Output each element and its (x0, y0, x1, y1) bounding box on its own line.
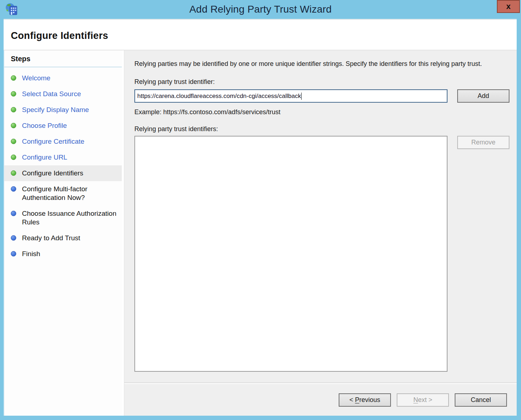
step-label: Choose Profile (22, 121, 67, 130)
sidebar-step-choose-issuance-authorization-rules[interactable]: Choose Issuance Authorization Rules (4, 206, 122, 230)
sidebar-step-configure-certificate[interactable]: Configure Certificate (4, 134, 122, 149)
main-pane: Relying parties may be identified by one… (124, 50, 517, 383)
step-label: Welcome (22, 74, 50, 82)
step-label: Finish (22, 250, 40, 258)
window-body: Configure Identifiers Steps WelcomeSelec… (4, 19, 517, 416)
previous-button[interactable]: < Previous (339, 393, 391, 407)
page-title: Configure Identifiers (11, 30, 108, 41)
sidebar-step-welcome[interactable]: Welcome (4, 70, 122, 86)
steps-list: WelcomeSelect Data SourceSpecify Display… (4, 67, 122, 262)
identifier-input[interactable]: https://carena.cloudflareaccess.com/cdn-… (134, 89, 447, 103)
sidebar-step-configure-url[interactable]: Configure URL (4, 149, 122, 165)
steps-heading: Steps (4, 54, 122, 67)
cancel-button[interactable]: Cancel (455, 393, 507, 407)
step-done-bullet-icon (11, 139, 16, 144)
step-done-bullet-icon (11, 123, 16, 128)
identifier-input-value: https://carena.cloudflareaccess.com/cdn-… (137, 93, 301, 100)
sidebar-step-finish[interactable]: Finish (4, 246, 122, 262)
close-button[interactable]: x (497, 0, 520, 13)
step-todo-bullet-icon (11, 186, 16, 192)
step-done-bullet-icon (11, 107, 16, 112)
sidebar-step-ready-to-add-trust[interactable]: Ready to Add Trust (4, 230, 122, 246)
remove-button[interactable]: Remove (457, 136, 509, 149)
sidebar-step-select-data-source[interactable]: Select Data Source (4, 86, 122, 102)
sidebar-step-configure-identifiers[interactable]: Configure Identifiers (4, 165, 122, 181)
example-text: Example: https://fs.contoso.com/adfs/ser… (134, 108, 509, 116)
step-label: Configure Multi-factor Authentication No… (22, 185, 119, 202)
sidebar-step-choose-profile[interactable]: Choose Profile (4, 118, 122, 134)
step-label: Configure Identifiers (22, 169, 83, 178)
identifier-label: Relying party trust identifier: (134, 78, 509, 86)
sidebar-step-configure-multi-factor-authentication-now[interactable]: Configure Multi-factor Authentication No… (4, 181, 122, 206)
identifiers-listbox[interactable] (134, 136, 447, 372)
intro-text: Relying parties may be identified by one… (134, 59, 506, 69)
page-header: Configure Identifiers (4, 19, 517, 50)
steps-sidebar: Steps WelcomeSelect Data SourceSpecify D… (4, 50, 122, 416)
footer-bar: < Previous Next > Cancel (124, 383, 517, 416)
step-todo-bullet-icon (11, 251, 16, 256)
step-label: Configure Certificate (22, 137, 84, 146)
step-label: Configure URL (22, 153, 67, 162)
step-label: Specify Display Name (22, 106, 89, 114)
adfs-app-icon (5, 3, 19, 17)
sidebar-step-specify-display-name[interactable]: Specify Display Name (4, 102, 122, 118)
text-caret (301, 93, 302, 100)
step-label: Choose Issuance Authorization Rules (22, 209, 119, 227)
titlebar: Add Relying Party Trust Wizard x (0, 0, 521, 19)
step-label: Select Data Source (22, 90, 81, 98)
add-button[interactable]: Add (457, 89, 509, 103)
step-done-bullet-icon (11, 170, 16, 176)
wizard-window: Add Relying Party Trust Wizard x Configu… (0, 0, 521, 420)
step-done-bullet-icon (11, 155, 16, 160)
step-done-bullet-icon (11, 91, 16, 97)
step-done-bullet-icon (11, 75, 16, 81)
window-title: Add Relying Party Trust Wizard (0, 0, 521, 19)
step-todo-bullet-icon (11, 211, 16, 216)
step-label: Ready to Add Trust (22, 234, 80, 242)
identifiers-list-label: Relying party trust identifiers: (134, 125, 509, 133)
step-todo-bullet-icon (11, 235, 16, 241)
next-button[interactable]: Next > (397, 393, 449, 407)
